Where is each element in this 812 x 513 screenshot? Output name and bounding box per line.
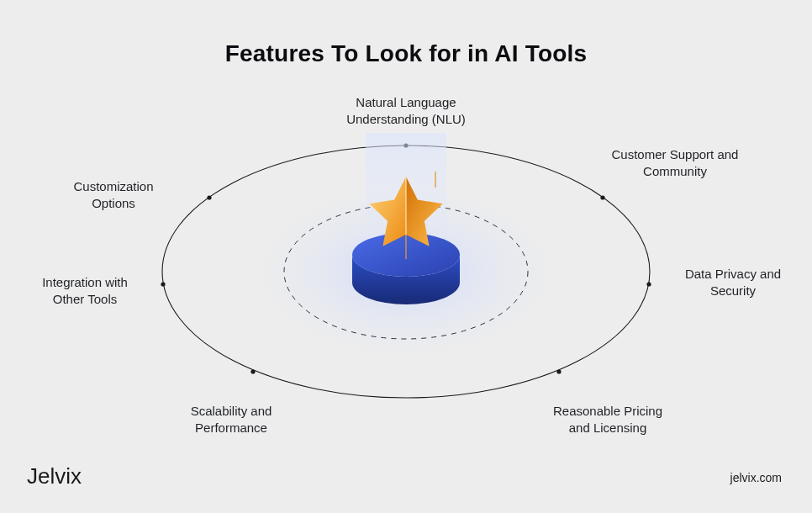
svg-point-4 — [250, 369, 255, 373]
feature-scalability: Scalability and Performance — [160, 403, 303, 436]
svg-point-3 — [556, 369, 561, 373]
svg-point-6 — [207, 195, 211, 199]
feature-support-community: Customer Support and Community — [595, 146, 755, 179]
page-title: Features To Look for in AI Tools — [0, 40, 812, 67]
brand-logo: Jelvix — [27, 463, 82, 489]
svg-point-5 — [161, 282, 165, 286]
diagram: Natural Language Understanding (NLU) Cus… — [0, 82, 812, 463]
svg-point-1 — [600, 195, 604, 199]
feature-data-privacy: Data Privacy and Security — [666, 266, 800, 299]
brand-url: jelvix.com — [730, 471, 782, 484]
feature-pricing: Reasonable Pricing and Licensing — [528, 403, 688, 436]
feature-customization: Customization Options — [50, 178, 177, 211]
svg-point-2 — [646, 282, 651, 286]
feature-integration: Integration with Other Tools — [22, 274, 148, 307]
diagram-svg — [103, 82, 709, 452]
feature-nlu: Natural Language Understanding (NLU) — [346, 94, 466, 127]
